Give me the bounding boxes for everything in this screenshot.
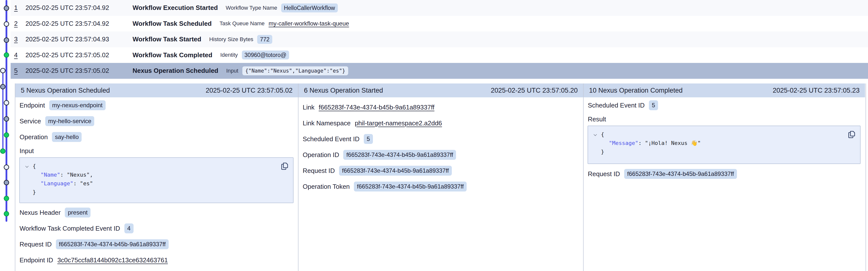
event-field-label: Identity	[220, 52, 238, 58]
field-request-id: Request ID f665283f-743e-4374-b45b-9a61a…	[16, 236, 298, 252]
timeline-node-4	[4, 53, 9, 57]
event-name: Workflow Task Completed	[132, 51, 212, 59]
field-value-badge: f665283f-743e-4374-b45b-9a61a89337ff	[56, 239, 169, 249]
field-label: Link	[303, 104, 315, 111]
field-label: Operation Token	[303, 183, 350, 190]
timeline-branch-line	[2, 71, 4, 152]
event-history-timeline-graph	[0, 0, 11, 271]
json-line: "Language": "es"	[25, 179, 288, 188]
field-request-id: Request ID f665283f-743e-4374-b45b-9a61a…	[299, 163, 583, 179]
timeline-node-12	[4, 180, 9, 185]
field-label: Scheduled Event ID	[588, 102, 645, 109]
input-json-viewer: { "Name": "Nexus", "Language": "es" }	[19, 157, 293, 203]
event-timestamp: 2025-02-25 UTC 23:57:05.02	[26, 67, 132, 75]
json-line: "Name": "Nexus",	[25, 170, 288, 179]
timeline-node-13	[4, 196, 9, 201]
field-value-badge: present	[65, 208, 91, 217]
panel-nexus-operation-scheduled: 5 Nexus Operation Scheduled 2025-02-25 U…	[16, 83, 298, 271]
endpoint-id-link[interactable]: 3c0c75ccfa8144b092c13ce632463761	[57, 256, 168, 264]
event-row-2[interactable]: 2 2025-02-25 UTC 23:57:04.92 Workflow Ta…	[11, 16, 868, 32]
event-field-value-badge: HelloCallerWorkflow	[281, 3, 338, 12]
event-field-label: Task Queue Name	[220, 20, 265, 27]
timeline-node-8	[4, 117, 9, 121]
event-id-link[interactable]: 1	[14, 4, 26, 11]
field-result-label: Result	[584, 113, 865, 125]
event-row-1[interactable]: 1 2025-02-25 UTC 23:57:04.92 Workflow Ex…	[11, 0, 868, 16]
field-label: Operation ID	[303, 151, 339, 159]
event-timestamp: 2025-02-25 UTC 23:57:05.02	[26, 51, 132, 59]
timeline-node-3	[4, 38, 9, 43]
field-request-id: Request ID f665283f-743e-4374-b45b-9a61a…	[584, 166, 865, 182]
field-scheduled-event-id: Scheduled Event ID 5	[584, 97, 865, 113]
link-uuid-link[interactable]: f665283f-743e-4374-b45b-9a61a89337ff	[319, 104, 434, 111]
timeline-node-14	[4, 212, 9, 216]
temporal-event-history-screen: { "colors": { "accent_line": "#4646e6", …	[0, 0, 868, 271]
field-value-badge: 5	[364, 134, 373, 144]
panel-timestamp: 2025-02-25 UTC 23:57:05.02	[206, 87, 292, 94]
link-namespace-link[interactable]: phil-target-namespace2.a2dd6	[355, 119, 442, 127]
event-name: Workflow Execution Started	[132, 4, 218, 11]
json-line: "Message": "¡Hola! Nexus 👋"	[593, 139, 855, 147]
chevron-down-icon[interactable]	[25, 162, 33, 170]
event-timestamp: 2025-02-25 UTC 23:57:04.92	[26, 4, 132, 11]
field-input-label: Input	[16, 145, 298, 157]
field-service: Service my-hello-service	[16, 113, 298, 129]
field-value-badge: my-hello-service	[45, 116, 94, 126]
timeline-node-7	[4, 101, 9, 105]
field-endpoint-id: Endpoint ID 3c0c75ccfa8144b092c13ce63246…	[16, 252, 298, 268]
field-label: Input	[20, 147, 34, 155]
event-id-link[interactable]: 3	[14, 35, 26, 43]
field-label: Result	[588, 115, 606, 123]
field-value-badge: 5	[649, 100, 658, 110]
timeline-node-10	[0, 149, 5, 154]
panel-header: 6 Nexus Operation Started 2025-02-25 UTC…	[299, 83, 583, 97]
field-label: Service	[20, 117, 41, 125]
event-history-list: 1 2025-02-25 UTC 23:57:04.92 Workflow Ex…	[11, 0, 868, 79]
event-row-4[interactable]: 4 2025-02-25 UTC 23:57:05.02 Workflow Ta…	[11, 47, 868, 63]
chevron-down-icon[interactable]	[593, 130, 601, 139]
event-group-detail-panels: 5 Nexus Operation Scheduled 2025-02-25 U…	[15, 83, 866, 271]
panel-timestamp: 2025-02-25 UTC 23:57:05.23	[773, 87, 860, 94]
panel-title: 5 Nexus Operation Scheduled	[21, 87, 110, 94]
event-name: Workflow Task Scheduled	[132, 20, 212, 27]
field-operation-token: Operation Token f665283f-743e-4374-b45b-…	[299, 179, 583, 194]
event-row-3[interactable]: 3 2025-02-25 UTC 23:57:04.93 Workflow Ta…	[11, 31, 868, 47]
panel-title: 6 Nexus Operation Started	[304, 87, 383, 94]
panel-body: Link f665283f-743e-4374-b45b-9a61a89337f…	[299, 97, 583, 194]
panel-nexus-operation-started: 6 Nexus Operation Started 2025-02-25 UTC…	[298, 83, 583, 271]
field-label: Request ID	[303, 167, 335, 174]
event-row-5-selected[interactable]: 5 2025-02-25 UTC 23:57:05.02 Nexus Opera…	[11, 63, 868, 79]
timeline-node-1	[4, 6, 9, 11]
field-link: Link f665283f-743e-4374-b45b-9a61a89337f…	[299, 99, 583, 115]
event-name: Nexus Operation Scheduled	[132, 67, 218, 75]
field-label: Link Namespace	[303, 119, 351, 127]
field-value-badge: my-nexus-endpoint	[49, 100, 105, 110]
task-queue-link[interactable]: my-caller-workflow-task-queue	[269, 20, 349, 27]
field-label: Operation	[20, 133, 48, 141]
field-scheduled-event-id: Scheduled Event ID 5	[299, 131, 583, 147]
json-line: }	[25, 188, 288, 196]
event-timestamp: 2025-02-25 UTC 23:57:04.92	[26, 20, 132, 27]
timeline-node-2	[4, 22, 9, 27]
event-id-link[interactable]: 2	[14, 20, 26, 27]
field-value-badge: 4	[124, 223, 133, 233]
copy-icon[interactable]	[847, 130, 856, 139]
field-endpoint: Endpoint my-nexus-endpoint	[16, 97, 298, 113]
panel-header: 5 Nexus Operation Scheduled 2025-02-25 U…	[16, 83, 298, 97]
field-operation: Operation say-hello	[16, 129, 298, 145]
panel-body: Scheduled Event ID 5 Result { "Message":…	[584, 97, 865, 182]
field-label: Request ID	[588, 170, 620, 178]
timeline-node-6	[0, 84, 5, 89]
event-id-link[interactable]: 4	[14, 51, 26, 59]
field-label: Scheduled Event ID	[303, 135, 360, 143]
event-field-label: History Size Bytes	[209, 36, 253, 43]
event-id-link[interactable]: 5	[14, 67, 26, 75]
event-input-json-badge: {"Name":"Nexus","Language":"es"}	[242, 66, 348, 75]
panel-timestamp: 2025-02-25 UTC 23:57:05.20	[491, 87, 578, 94]
timeline-node-11	[4, 165, 9, 170]
timeline-node-9	[4, 133, 9, 137]
json-line: {	[25, 162, 288, 170]
timeline-main-line	[6, 0, 7, 222]
copy-icon[interactable]	[280, 162, 289, 171]
field-value-badge: f665283f-743e-4374-b45b-9a61a89337ff	[339, 166, 452, 175]
